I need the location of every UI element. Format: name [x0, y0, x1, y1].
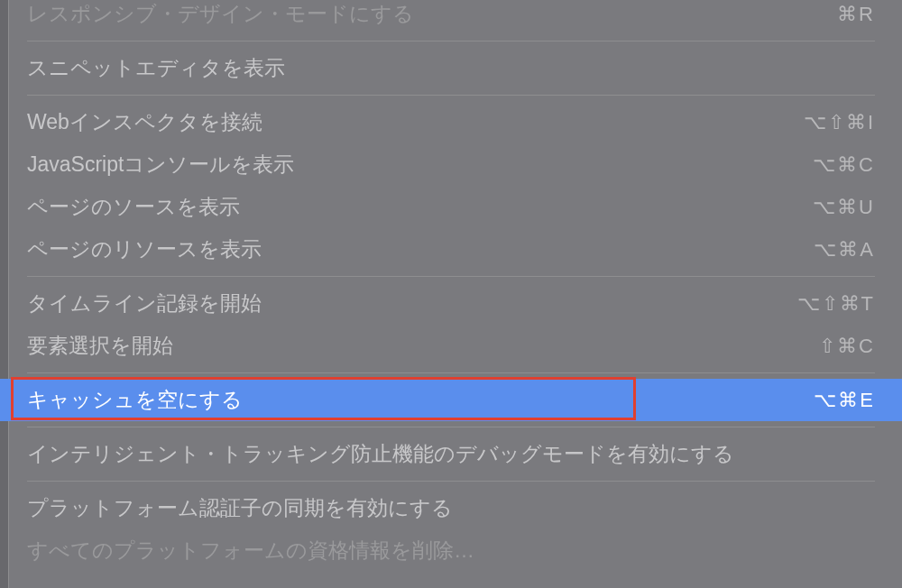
- menu-item-label: ページのリソースを表示: [27, 235, 262, 263]
- menu-separator: [27, 95, 875, 96]
- menu-item-web-inspector[interactable]: Webインスペクタを接続 ⌥⇧⌘I: [0, 101, 902, 143]
- menu-separator: [27, 427, 875, 427]
- menu-item-platform-auth-sync[interactable]: プラットフォーム認証子の同期を有効にする: [0, 487, 902, 529]
- menu-separator: [27, 41, 875, 41]
- developer-menu: レスポンシブ・デザイン・モードにする ⌘R スニペットエディタを表示 Webイン…: [0, 0, 902, 572]
- menu-item-shortcut: ⌥⌘A: [814, 238, 875, 262]
- menu-item-shortcut: ⌥⌘C: [813, 153, 875, 177]
- menu-item-label: キャッシュを空にする: [27, 386, 243, 414]
- menu-item-snippet-editor[interactable]: スニペットエディタを表示: [0, 47, 902, 89]
- menu-separator: [27, 276, 875, 277]
- menu-item-shortcut: ⌥⌘U: [813, 196, 875, 219]
- menu-item-shortcut: ⇧⌘C: [819, 335, 875, 358]
- menu-item-shortcut: ⌘R: [837, 3, 875, 26]
- menu-item-label: 要素選択を開始: [27, 332, 173, 360]
- menu-item-label: スニペットエディタを表示: [27, 54, 285, 82]
- menu-item-label: すべてのプラットフォームの資格情報を削除…: [27, 537, 474, 565]
- menu-item-delete-credentials[interactable]: すべてのプラットフォームの資格情報を削除…: [0, 529, 902, 572]
- menu-separator: [27, 481, 875, 482]
- menu-item-shortcut: ⌥⇧⌘T: [797, 292, 875, 316]
- menu-item-shortcut: ⌥⇧⌘I: [804, 111, 875, 134]
- menu-item-label: JavaScriptコンソールを表示: [27, 151, 294, 179]
- menu-item-page-resources[interactable]: ページのリソースを表示 ⌥⌘A: [0, 228, 902, 271]
- menu-item-itp-debug-mode[interactable]: インテリジェント・トラッキング防止機能のデバッグモードを有効にする: [0, 433, 902, 475]
- menu-item-element-selection[interactable]: 要素選択を開始 ⇧⌘C: [0, 325, 902, 367]
- menu-separator: [27, 372, 875, 373]
- menu-item-responsive-design-mode[interactable]: レスポンシブ・デザイン・モードにする ⌘R: [0, 0, 902, 35]
- menu-item-label: ページのソースを表示: [27, 193, 240, 221]
- menu-item-empty-caches[interactable]: キャッシュを空にする ⌥⌘E: [0, 379, 902, 421]
- menu-item-label: レスポンシブ・デザイン・モードにする: [27, 0, 414, 28]
- menu-item-label: Webインスペクタを接続: [27, 108, 262, 136]
- menu-item-label: インテリジェント・トラッキング防止機能のデバッグモードを有効にする: [27, 440, 734, 468]
- menu-item-label: タイムライン記録を開始: [27, 289, 262, 317]
- menu-item-shortcut: ⌥⌘E: [814, 389, 875, 412]
- menu-item-label: プラットフォーム認証子の同期を有効にする: [27, 494, 453, 522]
- menu-item-javascript-console[interactable]: JavaScriptコンソールを表示 ⌥⌘C: [0, 143, 902, 186]
- menu-item-timeline-record[interactable]: タイムライン記録を開始 ⌥⇧⌘T: [0, 282, 902, 325]
- menu-item-page-source[interactable]: ページのソースを表示 ⌥⌘U: [0, 186, 902, 228]
